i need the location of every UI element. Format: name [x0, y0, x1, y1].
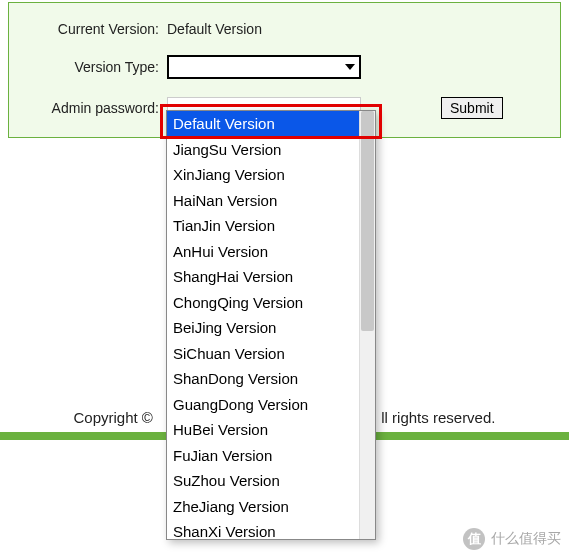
scrollbar-thumb[interactable]	[361, 111, 374, 331]
current-version-label: Current Version:	[19, 21, 167, 37]
dropdown-option[interactable]: HaiNan Version	[167, 188, 359, 214]
dropdown-option[interactable]: ZheJiang Version	[167, 494, 359, 520]
current-version-row: Current Version: Default Version	[19, 21, 542, 37]
dropdown-option[interactable]: TianJin Version	[167, 213, 359, 239]
watermark-icon: 值	[463, 528, 485, 550]
dropdown-option[interactable]: Default Version	[167, 111, 359, 137]
current-version-value: Default Version	[167, 21, 262, 37]
dropdown-option[interactable]: JiangSu Version	[167, 137, 359, 163]
dropdown-scrollbar[interactable]	[359, 111, 375, 539]
dropdown-option[interactable]: AnHui Version	[167, 239, 359, 265]
dropdown-option[interactable]: GuangDong Version	[167, 392, 359, 418]
watermark-text: 什么值得买	[491, 530, 561, 548]
version-type-row: Version Type:	[19, 55, 542, 79]
dropdown-option[interactable]: ChongQing Version	[167, 290, 359, 316]
dropdown-option[interactable]: ShangHai Version	[167, 264, 359, 290]
submit-button[interactable]: Submit	[441, 97, 503, 119]
dropdown-option[interactable]: ShanDong Version	[167, 366, 359, 392]
dropdown-option[interactable]: ShanXi Version	[167, 519, 359, 539]
dropdown-option[interactable]: BeiJing Version	[167, 315, 359, 341]
dropdown-option[interactable]: XinJiang Version	[167, 162, 359, 188]
dropdown-list: Default VersionJiangSu VersionXinJiang V…	[167, 111, 359, 539]
version-type-label: Version Type:	[19, 59, 167, 75]
footer-right: ll rights reserved.	[381, 409, 495, 426]
dropdown-option[interactable]: FuJian Version	[167, 443, 359, 469]
dropdown-option[interactable]: SiChuan Version	[167, 341, 359, 367]
footer-left: Copyright ©	[74, 409, 153, 426]
dropdown-option[interactable]: SuZhou Version	[167, 468, 359, 494]
admin-password-label: Admin password:	[19, 100, 167, 116]
dropdown-option[interactable]: HuBei Version	[167, 417, 359, 443]
version-type-dropdown: Default VersionJiangSu VersionXinJiang V…	[166, 110, 376, 540]
watermark: 值 什么值得买	[463, 528, 561, 550]
chevron-down-icon	[345, 64, 355, 70]
version-type-select[interactable]	[167, 55, 361, 79]
